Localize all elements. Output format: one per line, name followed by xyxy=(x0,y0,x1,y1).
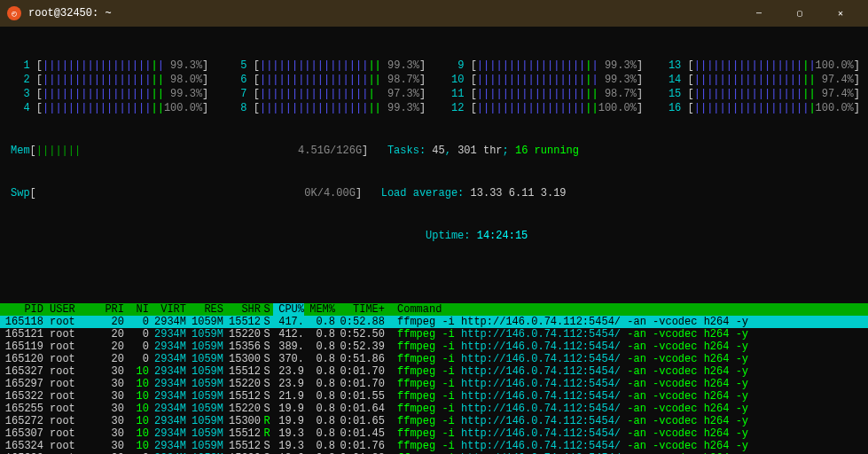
col-ni[interactable]: NI xyxy=(124,303,149,316)
window-title: root@32450: ~ xyxy=(28,7,739,20)
tasks-label: Tasks: xyxy=(387,145,426,157)
process-header[interactable]: PID USER PRI NI VIRT RES SHR S CPU% MEM%… xyxy=(0,303,868,316)
ubuntu-icon: ◴ xyxy=(7,6,21,20)
process-row[interactable]: 165324root30102934M1059M15512S19.30.80:0… xyxy=(0,440,868,452)
col-time[interactable]: TIME+ xyxy=(335,303,391,316)
col-user[interactable]: USER xyxy=(43,303,99,316)
process-row[interactable]: 165118root2002934M1059M15512S417.0.80:52… xyxy=(0,316,868,328)
process-row[interactable]: 165322root30102934M1059M15512S21.90.80:0… xyxy=(0,390,868,403)
col-pri[interactable]: PRI xyxy=(99,303,124,316)
window-titlebar: ◴ root@32450: ~ ─ ▢ ✕ xyxy=(0,0,868,27)
process-row[interactable]: 165297root30102934M1059M15220S23.90.80:0… xyxy=(0,378,868,390)
process-row[interactable]: 165307root30102934M1059M15512R19.30.80:0… xyxy=(0,427,868,440)
maximize-button[interactable]: ▢ xyxy=(779,0,820,27)
col-res[interactable]: RES xyxy=(186,303,223,316)
col-mem[interactable]: MEM% xyxy=(304,303,335,316)
close-button[interactable]: ✕ xyxy=(820,0,861,27)
process-row[interactable]: 165272root30102934M1059M15300R19.90.80:0… xyxy=(0,415,868,427)
process-row[interactable]: 165119root2002934M1059M15356S389.0.80:52… xyxy=(0,340,868,353)
col-pid[interactable]: PID xyxy=(0,303,43,316)
process-row[interactable]: 165255root30102934M1059M15220S19.90.80:0… xyxy=(0,403,868,415)
process-row[interactable]: 165120root2002934M1059M15300S370.0.80:51… xyxy=(0,353,868,365)
col-command[interactable]: Command xyxy=(391,303,868,316)
mem-swap-row: Mem[||||||| 4.51G/126G] Tasks: 45, 301 t… xyxy=(11,144,857,158)
minimize-button[interactable]: ─ xyxy=(739,0,779,27)
col-shr[interactable]: SHR xyxy=(223,303,261,316)
swap-load-row: Swp[ 0K/4.00G] Load average: 13.33 6.11 … xyxy=(11,186,857,200)
col-state[interactable]: S xyxy=(261,303,273,316)
process-row[interactable]: 165327root30102934M1059M15512S23.90.80:0… xyxy=(0,365,868,378)
swap-usage: 0K/4.00G xyxy=(304,187,356,200)
uptime-row: Uptime: 14:24:15 xyxy=(11,229,857,243)
process-row[interactable]: 165121root2002934M1059M15220S412.0.80:52… xyxy=(0,328,868,340)
window-controls: ─ ▢ ✕ xyxy=(739,0,861,27)
mem-usage: 4.51G/126G xyxy=(298,145,362,157)
cpu-meters: 1 [||||||||||||||||||| 99.3%] 5 [|||||||… xyxy=(11,59,857,115)
process-list: 165118root2002934M1059M15512S417.0.80:52… xyxy=(0,316,868,454)
terminal-output: 1 [||||||||||||||||||| 99.3%] 5 [|||||||… xyxy=(0,27,868,303)
col-cpu[interactable]: CPU% xyxy=(273,303,304,316)
col-virt[interactable]: VIRT xyxy=(149,303,186,316)
